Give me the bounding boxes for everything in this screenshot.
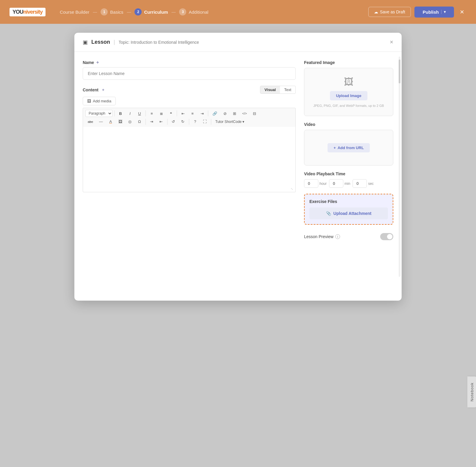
grid-btn[interactable]: ⊟ <box>250 110 259 117</box>
table-btn[interactable]: ⊞ <box>230 110 239 117</box>
toolbar-sep-3 <box>177 110 177 116</box>
undo-btn[interactable]: ↺ <box>169 118 178 125</box>
breadcrumb-step3[interactable]: 3 Additional <box>179 8 208 15</box>
indent-btn[interactable]: ⇥ <box>148 118 156 125</box>
min-input[interactable] <box>329 179 343 188</box>
image-btn[interactable]: 🖼 <box>116 118 125 125</box>
left-panel: Name ✦ Content ✦ Visual Text <box>83 60 296 292</box>
link-btn[interactable]: 🔗 <box>210 110 220 117</box>
name-label-text: Name <box>83 60 94 65</box>
video-section: Video + Add from URL <box>304 122 393 165</box>
editor-resize-handle[interactable]: ⤡ <box>291 187 294 191</box>
lesson-icon: ▣ <box>83 39 88 46</box>
lesson-preview-text: Lesson Preview <box>304 234 333 239</box>
video-box: + Add from URL <box>304 130 393 165</box>
lesson-preview-toggle[interactable] <box>380 233 393 240</box>
text-toggle-btn[interactable]: Text <box>280 86 295 93</box>
quote-btn[interactable]: ❝ <box>167 110 175 117</box>
exercise-files-section: Exercise Files 📎 Upload Attachment <box>304 194 393 225</box>
content-section: Content ✦ Visual Text 🖼 Add media <box>83 86 296 192</box>
align-right-btn[interactable]: ⇥ <box>198 110 206 117</box>
underline-btn[interactable]: U <box>135 110 144 117</box>
breadcrumb-step2[interactable]: 2 Curriculum <box>134 8 168 15</box>
redo-btn[interactable]: ↻ <box>179 118 187 125</box>
info-icon: i <box>335 234 340 239</box>
right-panel: Featured Image 🖼 Upload Image JPEG, PNG,… <box>304 60 393 292</box>
breadcrumb-course-builder: Course Builder <box>60 10 89 15</box>
name-label: Name ✦ <box>83 60 296 65</box>
toolbar-sep-7 <box>189 119 189 125</box>
lesson-name-input[interactable] <box>83 67 296 80</box>
content-header: Content ✦ Visual Text <box>83 86 296 94</box>
modal-header: ▣ Lesson | Topic: Introduction to Emotio… <box>74 33 402 52</box>
upload-image-button[interactable]: Upload Image <box>330 91 367 100</box>
logo-suffix: niversity <box>23 9 43 15</box>
publish-button[interactable]: Publish ▾ <box>414 7 454 18</box>
paragraph-select[interactable]: Paragraph <box>85 110 112 117</box>
hour-input[interactable] <box>304 179 318 188</box>
name-ai-icon: ✦ <box>96 60 99 65</box>
content-ai-icon: ✦ <box>101 88 105 92</box>
modal-scrollbar-thumb <box>399 60 400 83</box>
name-field-section: Name ✦ <box>83 60 296 80</box>
add-media-icon: 🖼 <box>87 99 91 103</box>
sec-input[interactable] <box>353 179 367 188</box>
breadcrumb-step1[interactable]: 1 Basics <box>101 8 123 15</box>
align-center-btn[interactable]: ≡ <box>188 110 197 117</box>
upload-attach-label: Upload Attachment <box>333 211 372 216</box>
add-url-label: Add from URL <box>338 146 364 150</box>
add-url-button[interactable]: + Add from URL <box>328 143 370 152</box>
modal-subtitle: Topic: Introduction to Emotional Intelli… <box>119 40 199 45</box>
toolbar-sep-8 <box>211 119 211 125</box>
featured-image-title: Featured Image <box>304 60 393 65</box>
breadcrumb-sep-2: — <box>127 10 131 14</box>
strikethrough-btn[interactable]: abc <box>85 119 95 125</box>
save-draft-label: Save as Draft <box>380 10 405 14</box>
step3-label: Additional <box>189 10 208 15</box>
code-btn[interactable]: </> <box>240 110 249 116</box>
visual-toggle-btn[interactable]: Visual <box>260 86 280 93</box>
ul-btn[interactable]: ≡ <box>148 110 156 117</box>
upload-image-icon: 🖼 <box>344 76 353 88</box>
playback-section: Video Playback Time hour min sec <box>304 171 393 188</box>
unlink-btn[interactable]: ⊘ <box>221 110 229 117</box>
logo-you: YOU <box>12 9 23 15</box>
exercise-files-title: Exercise Files <box>309 199 388 204</box>
breadcrumb-sep-3: — <box>171 10 176 14</box>
help-btn[interactable]: ? <box>191 118 199 125</box>
save-draft-button[interactable]: ☁ Save as Draft <box>368 7 411 17</box>
step2-num: 2 <box>134 8 142 15</box>
hour-label: hour <box>320 182 327 186</box>
save-draft-icon: ☁ <box>374 10 378 14</box>
video-title: Video <box>304 122 393 127</box>
step2-label: Curriculum <box>144 10 168 15</box>
ol-btn[interactable]: ≣ <box>157 110 165 117</box>
hr-btn[interactable]: — <box>97 118 105 125</box>
fullscreen-btn[interactable]: ⛶ <box>201 118 209 125</box>
editor-toolbar: Paragraph B I U ≡ ≣ ❝ ⇤ ≡ <box>83 108 296 127</box>
modal-close-button[interactable]: × <box>390 39 393 46</box>
outdent-btn[interactable]: ⇤ <box>157 118 165 125</box>
content-label-row: Content ✦ <box>83 88 105 92</box>
bold-btn[interactable]: B <box>116 110 125 117</box>
omega-btn[interactable]: Ω <box>135 118 144 125</box>
breadcrumb: Course Builder — 1 Basics — 2 Curriculum… <box>60 8 361 15</box>
add-media-button[interactable]: 🖼 Add media <box>83 97 116 105</box>
header-actions: ☁ Save as Draft Publish ▾ × <box>368 7 466 18</box>
toolbar-sep-4 <box>208 110 208 116</box>
upload-attachment-button[interactable]: 📎 Upload Attachment <box>309 207 388 219</box>
align-left-btn[interactable]: ⇤ <box>179 110 187 117</box>
clear-btn[interactable]: ◎ <box>126 118 134 125</box>
upload-attach-icon: 📎 <box>326 211 331 216</box>
step3-num: 3 <box>179 8 186 15</box>
lesson-modal: ▣ Lesson | Topic: Introduction to Emotio… <box>74 33 402 301</box>
playback-inputs: hour min sec <box>304 179 393 188</box>
shortcode-btn[interactable]: Tutor ShortCode ▾ <box>213 118 247 125</box>
modal-scrollbar[interactable] <box>399 57 400 277</box>
color-btn[interactable]: A <box>107 118 115 125</box>
italic-btn[interactable]: I <box>126 110 134 117</box>
playback-title: Video Playback Time <box>304 171 393 176</box>
header-close-button[interactable]: × <box>458 7 466 17</box>
editor-body[interactable]: ⤡ <box>83 127 296 192</box>
notebook-tab[interactable]: Notebook <box>467 377 476 407</box>
